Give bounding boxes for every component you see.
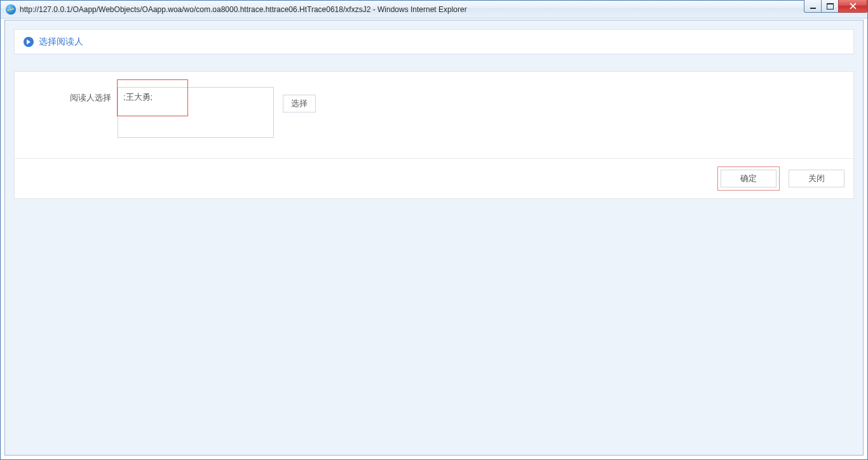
maximize-button[interactable]	[821, 0, 839, 13]
ie-icon	[6, 4, 16, 15]
panel-footer: 确定 关闭	[15, 158, 853, 198]
panel-body: 阅读人选择 选择 确定 关闭	[14, 71, 854, 199]
form-row-reader: 阅读人选择 选择	[15, 72, 853, 158]
window-title: http://127.0.0.1/OAapp/WebObjects/OAapp.…	[20, 5, 867, 14]
reader-textarea[interactable]	[118, 87, 274, 138]
title-bar: http://127.0.0.1/OAapp/WebObjects/OAapp.…	[1, 1, 867, 18]
window-controls	[804, 0, 867, 13]
reader-textarea-wrap	[118, 87, 274, 140]
select-button[interactable]: 选择	[283, 95, 316, 112]
minimize-button[interactable]	[804, 0, 822, 13]
client-area: 选择阅读人 阅读人选择 选择 确定 关闭	[4, 20, 864, 456]
play-icon	[24, 37, 34, 47]
confirm-button[interactable]: 确定	[721, 170, 776, 187]
highlight-box-confirm: 确定	[717, 166, 780, 191]
panel-header: 选择阅读人	[15, 30, 853, 54]
close-button[interactable]: 关闭	[789, 170, 844, 187]
window-close-button[interactable]	[838, 0, 867, 13]
close-icon	[850, 3, 857, 10]
browser-window: http://127.0.0.1/OAapp/WebObjects/OAapp.…	[0, 0, 868, 460]
panel-header-box: 选择阅读人	[14, 29, 854, 55]
reader-label: 阅读人选择	[30, 87, 118, 104]
panel-title: 选择阅读人	[39, 36, 83, 48]
